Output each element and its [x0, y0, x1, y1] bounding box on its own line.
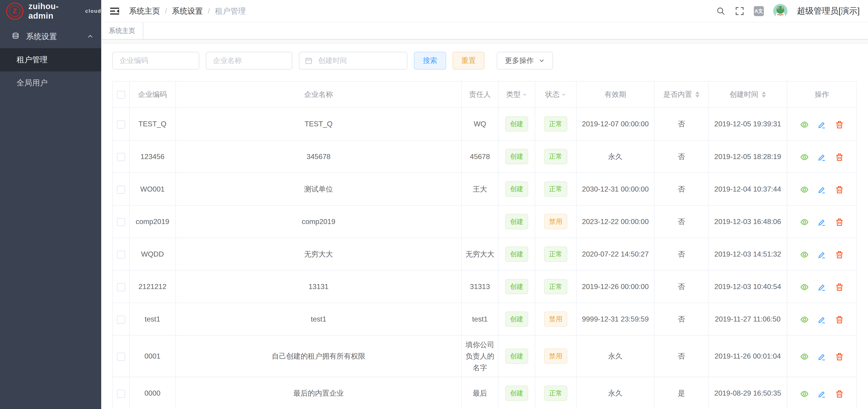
edit-button[interactable]	[817, 389, 826, 398]
reset-button[interactable]: 重置	[453, 52, 485, 70]
delete-button[interactable]	[835, 185, 844, 194]
edit-button[interactable]	[817, 250, 826, 259]
cell-company-code: 0000	[129, 377, 176, 409]
view-button[interactable]	[800, 389, 809, 398]
chevron-down-icon	[539, 58, 545, 64]
created-time-picker[interactable]	[299, 52, 407, 70]
sidebar-item-global-users[interactable]: 全局用户	[0, 71, 101, 95]
eye-icon	[800, 120, 809, 129]
view-button[interactable]	[800, 283, 809, 292]
row-checkbox[interactable]	[117, 153, 125, 161]
table-row: test1 test1 test1 创建 禁用 9999-12-31 23:59…	[113, 303, 857, 335]
fullscreen-icon[interactable]	[735, 6, 744, 16]
cell-created-time: 2019-12-04 10:37:44	[708, 173, 787, 205]
column-header-created[interactable]: 创建时间	[708, 81, 787, 108]
row-checkbox[interactable]	[117, 251, 125, 259]
delete-button[interactable]	[835, 250, 844, 259]
cell-created-time: 2019-11-27 11:06:50	[708, 303, 787, 335]
cell-company-name: 13131	[176, 270, 462, 303]
sort-carets-icon[interactable]	[695, 91, 700, 98]
tab-system-home[interactable]: 系统主页	[101, 23, 143, 39]
eye-icon	[800, 389, 809, 398]
topbar: 系统主页 / 系统设置 / 租户管理 A文	[101, 0, 868, 23]
trash-icon	[835, 120, 844, 129]
cell-created-time: 2019-12-05 19:39:31	[708, 108, 787, 140]
table-row: 123456 345678 45678 创建 正常 永久 否 2019-12-0…	[113, 140, 857, 173]
filter-arrow-icon[interactable]	[522, 92, 527, 97]
breadcrumb-item-settings[interactable]: 系统设置	[172, 6, 203, 16]
row-checkbox[interactable]	[117, 283, 125, 291]
more-actions-button[interactable]: 更多操作	[497, 52, 553, 70]
table-row: WQDD 无穷大大 无穷大大 创建 正常 2020-07-22 14:50:27…	[113, 238, 857, 270]
view-button[interactable]	[800, 153, 809, 162]
cell-company-name: 测试单位	[176, 173, 462, 205]
delete-button[interactable]	[835, 120, 844, 129]
row-checkbox[interactable]	[117, 218, 125, 226]
column-header-builtin[interactable]: 是否内置	[654, 81, 709, 108]
cell-company-code: 0001	[129, 335, 176, 377]
view-button[interactable]	[800, 185, 809, 194]
current-user-name[interactable]: 超级管理员[演示]	[797, 5, 860, 16]
edit-button[interactable]	[817, 352, 826, 361]
trash-icon	[835, 153, 844, 162]
created-time-input[interactable]	[317, 56, 401, 65]
delete-button[interactable]	[835, 389, 844, 398]
collapse-sidebar-icon[interactable]	[110, 6, 120, 16]
cell-validity: 永久	[577, 335, 654, 377]
avatar[interactable]	[773, 4, 787, 18]
edit-button[interactable]	[817, 120, 826, 129]
pencil-icon	[817, 283, 826, 292]
search-button[interactable]: 搜索	[414, 52, 446, 70]
column-header-status[interactable]: 状态	[535, 81, 576, 108]
language-icon[interactable]: A文	[754, 6, 764, 16]
edit-button[interactable]	[817, 315, 826, 324]
tenant-table: 企业编码 企业名称 责任人 类型 状态	[112, 81, 857, 409]
sidebar-item-tenant-management[interactable]: 租户管理	[0, 48, 101, 71]
row-checkbox[interactable]	[117, 121, 125, 129]
main-area: 系统主页 / 系统设置 / 租户管理 A文	[101, 0, 868, 409]
delete-button[interactable]	[835, 218, 844, 227]
delete-button[interactable]	[835, 352, 844, 361]
view-button[interactable]	[800, 352, 809, 361]
view-button[interactable]	[800, 120, 809, 129]
cell-owner: test1	[462, 303, 498, 335]
edit-button[interactable]	[817, 283, 826, 292]
row-checkbox[interactable]	[117, 316, 125, 324]
company-code-input[interactable]	[112, 52, 199, 70]
filter-arrow-icon[interactable]	[561, 92, 566, 97]
cell-owner	[462, 205, 498, 238]
sidebar-group-system-settings[interactable]: 系统设置	[0, 25, 101, 48]
edit-button[interactable]	[817, 218, 826, 227]
cell-company-name: 最后的内置企业	[176, 377, 462, 409]
select-all-checkbox[interactable]	[117, 91, 125, 99]
cell-actions	[787, 238, 857, 270]
view-button[interactable]	[800, 250, 809, 259]
logo-icon: Z	[6, 2, 24, 20]
eye-icon	[800, 250, 809, 259]
column-header-type[interactable]: 类型	[498, 81, 535, 108]
edit-button[interactable]	[817, 185, 826, 194]
edit-button[interactable]	[817, 153, 826, 162]
cell-builtin: 否	[654, 238, 709, 270]
breadcrumb-item-home[interactable]: 系统主页	[129, 6, 160, 16]
topbar-actions: A文	[716, 4, 860, 18]
delete-button[interactable]	[835, 315, 844, 324]
search-icon[interactable]	[716, 6, 725, 16]
company-name-input[interactable]	[206, 52, 292, 70]
cell-company-code: TEST_Q	[129, 108, 176, 140]
table-row: comp2019 comp2019 创建 禁用 2023-12-22 00:00…	[113, 205, 857, 238]
type-badge: 创建	[505, 214, 528, 229]
view-button[interactable]	[800, 218, 809, 227]
row-checkbox[interactable]	[117, 390, 125, 398]
delete-button[interactable]	[835, 283, 844, 292]
trash-icon	[835, 352, 844, 361]
sort-carets-icon[interactable]	[762, 91, 766, 98]
view-button[interactable]	[800, 315, 809, 324]
row-checkbox[interactable]	[117, 185, 125, 194]
delete-button[interactable]	[835, 153, 844, 162]
cell-company-code: test1	[129, 303, 176, 335]
cell-owner: 填你公司负责人的名字	[462, 335, 498, 377]
table-body: TEST_Q TEST_Q WQ 创建 正常 2019-12-07 00:00:…	[113, 108, 857, 409]
row-checkbox[interactable]	[117, 353, 125, 361]
cell-company-name: comp2019	[176, 205, 462, 238]
